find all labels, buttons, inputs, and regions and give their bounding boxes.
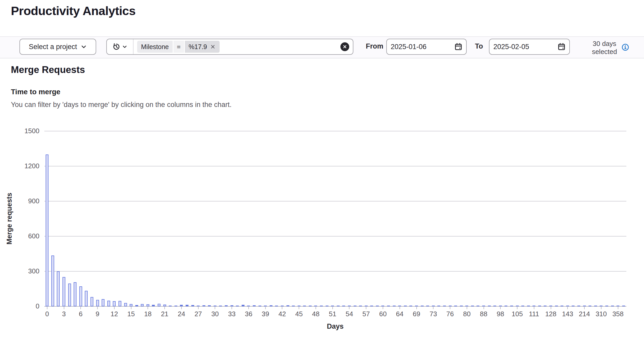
chart-bar[interactable] <box>404 306 407 306</box>
chart-bar[interactable] <box>180 305 183 306</box>
chart-bar[interactable] <box>214 306 216 306</box>
chart-bar[interactable] <box>454 306 457 306</box>
chart-bar[interactable] <box>561 306 563 306</box>
chart-bar[interactable] <box>605 306 608 306</box>
chart-bar[interactable] <box>449 306 452 306</box>
chart-bar[interactable] <box>51 255 54 306</box>
chart-bar[interactable] <box>141 304 144 306</box>
chart-bar[interactable] <box>398 306 401 306</box>
chart-bar[interactable] <box>493 306 496 306</box>
search-history-button[interactable] <box>107 39 134 54</box>
chart-bar[interactable] <box>409 306 412 306</box>
chart-bar[interactable] <box>219 306 222 306</box>
chart-bar[interactable] <box>516 306 519 306</box>
chart-bar[interactable] <box>555 306 558 306</box>
chart-bar[interactable] <box>79 286 82 306</box>
chart-bar[interactable] <box>135 305 138 306</box>
chart-bar[interactable] <box>102 299 104 306</box>
chart-bar[interactable] <box>359 306 362 306</box>
chart-bar[interactable] <box>320 306 323 306</box>
chart-bar[interactable] <box>124 303 127 306</box>
chart-bar[interactable] <box>381 306 384 306</box>
chart-bar[interactable] <box>577 306 580 306</box>
chart-bar[interactable] <box>415 306 418 306</box>
chart-bar[interactable] <box>521 306 524 306</box>
chart-bar[interactable] <box>387 306 390 306</box>
chart-bar[interactable] <box>186 305 188 306</box>
chart-bar[interactable] <box>538 306 541 306</box>
chart-bar[interactable] <box>432 306 435 306</box>
chart-bar[interactable] <box>270 305 272 306</box>
chart-bar[interactable] <box>370 306 373 306</box>
chart-bar[interactable] <box>146 304 149 306</box>
chart-bar[interactable] <box>57 271 60 306</box>
chart-bar[interactable] <box>460 306 463 306</box>
chart-bar[interactable] <box>264 306 267 306</box>
chart-bar[interactable] <box>471 306 474 306</box>
to-date-input[interactable]: 2025-02-05 <box>489 39 570 55</box>
project-select-button[interactable]: Select a project <box>19 39 96 55</box>
chart-bar[interactable] <box>90 297 93 306</box>
chart-bar[interactable] <box>527 306 530 306</box>
chart-bar[interactable] <box>96 300 99 306</box>
chart-bar[interactable] <box>600 306 603 306</box>
chart-bar[interactable] <box>583 306 586 306</box>
chart-bar[interactable] <box>258 306 261 306</box>
chart-bar[interactable] <box>46 154 48 306</box>
chart-bar[interactable] <box>118 301 121 306</box>
chart-bar[interactable] <box>197 306 200 306</box>
chart-bar[interactable] <box>130 304 132 306</box>
chart-bar[interactable] <box>236 306 239 306</box>
chart-bar[interactable] <box>477 306 479 306</box>
chart-bar[interactable] <box>437 306 440 306</box>
chart-bar[interactable] <box>62 277 65 306</box>
close-icon[interactable] <box>210 44 216 50</box>
filtered-search-bar[interactable]: Milestone = %17.9 <box>106 39 353 55</box>
chart-bar[interactable] <box>488 306 491 306</box>
chart-bar[interactable] <box>202 305 205 306</box>
chart-bar[interactable] <box>303 306 306 306</box>
chart-bar[interactable] <box>337 306 340 306</box>
chart-bar[interactable] <box>174 306 177 306</box>
chart-bar[interactable] <box>482 306 485 306</box>
chart-bar[interactable] <box>152 305 155 306</box>
chart-bar[interactable] <box>465 306 468 306</box>
search-input-area[interactable]: Milestone = %17.9 <box>134 39 353 54</box>
chart-bar[interactable] <box>376 306 379 306</box>
chart-bar[interactable] <box>326 306 328 306</box>
chart-bar[interactable] <box>242 305 244 306</box>
chart-bar[interactable] <box>275 306 278 306</box>
chart-bar[interactable] <box>443 306 446 306</box>
chart-bar[interactable] <box>247 306 250 306</box>
chart-bar[interactable] <box>617 306 619 306</box>
chart-bar[interactable] <box>163 305 166 306</box>
filter-token[interactable]: Milestone = %17.9 <box>137 41 220 53</box>
info-icon[interactable] <box>621 43 629 51</box>
chart-bar[interactable] <box>208 305 211 306</box>
chart-bar[interactable] <box>566 306 569 306</box>
chart-bar[interactable] <box>365 306 368 306</box>
chart-bar[interactable] <box>107 301 110 306</box>
chart-bar[interactable] <box>281 306 284 306</box>
chart-bar[interactable] <box>354 306 356 306</box>
chart-bar[interactable] <box>331 306 334 306</box>
chart-bar[interactable] <box>572 306 575 306</box>
chart-bar[interactable] <box>426 306 429 306</box>
chart-bar[interactable] <box>253 305 256 306</box>
chart-bar[interactable] <box>74 282 76 306</box>
chart-bar[interactable] <box>421 306 424 306</box>
chart-bar[interactable] <box>309 306 312 306</box>
chart-bar[interactable] <box>68 284 71 306</box>
chart-bar[interactable] <box>505 306 507 306</box>
chart-bar[interactable] <box>544 306 547 306</box>
chart-bar[interactable] <box>158 304 160 306</box>
chart-bar[interactable] <box>533 306 535 306</box>
chart-bar[interactable] <box>191 305 194 306</box>
search-clear-button[interactable] <box>340 42 349 51</box>
chart-bar[interactable] <box>169 306 172 306</box>
chart-bar[interactable] <box>594 306 597 306</box>
chart-bar[interactable] <box>230 305 233 306</box>
chart-bar[interactable] <box>611 306 614 306</box>
chart-bar[interactable] <box>314 306 317 306</box>
chart-bar[interactable] <box>298 306 300 306</box>
